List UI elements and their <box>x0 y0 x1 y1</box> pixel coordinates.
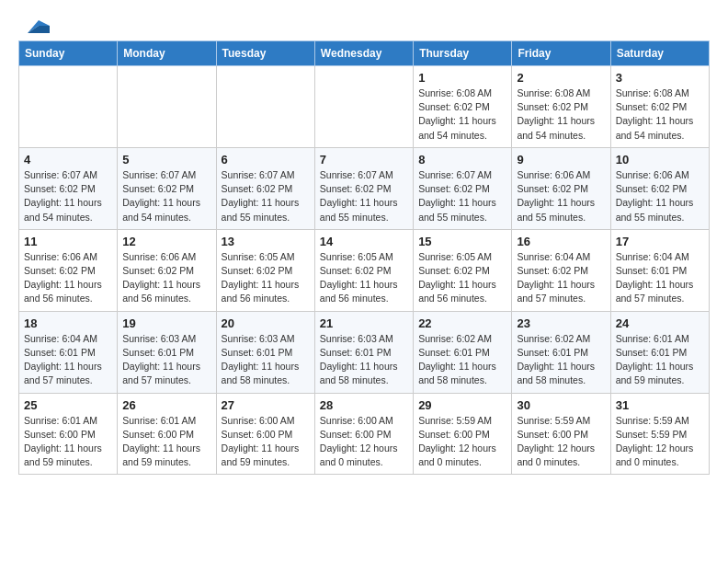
logo-bird-icon <box>20 17 50 37</box>
weekday-header-row: SundayMondayTuesdayWednesdayThursdayFrid… <box>19 41 710 66</box>
calendar-table: SundayMondayTuesdayWednesdayThursdayFrid… <box>18 40 710 475</box>
calendar-cell: 6Sunrise: 6:07 AM Sunset: 6:02 PM Daylig… <box>216 147 314 229</box>
day-info: Sunrise: 6:07 AM Sunset: 6:02 PM Dayligh… <box>24 168 112 224</box>
day-info: Sunrise: 6:03 AM Sunset: 6:01 PM Dayligh… <box>222 332 310 388</box>
day-number: 30 <box>517 398 605 412</box>
day-info: Sunrise: 6:03 AM Sunset: 6:01 PM Dayligh… <box>320 332 408 388</box>
day-number: 28 <box>320 398 408 412</box>
day-number: 7 <box>320 153 408 167</box>
day-number: 9 <box>517 153 605 167</box>
calendar-cell: 15Sunrise: 6:05 AM Sunset: 6:02 PM Dayli… <box>414 229 512 311</box>
calendar-cell <box>216 66 314 148</box>
week-row-3: 11Sunrise: 6:06 AM Sunset: 6:02 PM Dayli… <box>19 229 710 311</box>
day-info: Sunrise: 6:01 AM Sunset: 6:00 PM Dayligh… <box>122 414 210 470</box>
calendar-cell: 14Sunrise: 6:05 AM Sunset: 6:02 PM Dayli… <box>314 229 413 311</box>
day-number: 11 <box>24 235 112 248</box>
day-number: 29 <box>418 398 506 412</box>
day-info: Sunrise: 6:01 AM Sunset: 6:01 PM Dayligh… <box>616 332 704 388</box>
day-number: 13 <box>222 235 310 248</box>
week-row-5: 25Sunrise: 6:01 AM Sunset: 6:00 PM Dayli… <box>19 393 710 475</box>
calendar-cell: 26Sunrise: 6:01 AM Sunset: 6:00 PM Dayli… <box>118 393 216 475</box>
day-number: 6 <box>222 153 310 167</box>
day-info: Sunrise: 5:59 AM Sunset: 6:00 PM Dayligh… <box>517 414 605 470</box>
day-info: Sunrise: 6:05 AM Sunset: 6:02 PM Dayligh… <box>320 250 408 306</box>
day-info: Sunrise: 6:07 AM Sunset: 6:02 PM Dayligh… <box>418 168 506 224</box>
day-info: Sunrise: 6:05 AM Sunset: 6:02 PM Dayligh… <box>418 250 506 306</box>
day-number: 2 <box>517 71 605 85</box>
day-number: 1 <box>418 71 506 85</box>
week-row-2: 4Sunrise: 6:07 AM Sunset: 6:02 PM Daylig… <box>19 147 710 229</box>
calendar-cell <box>118 66 216 148</box>
page-header <box>18 18 710 31</box>
day-info: Sunrise: 6:06 AM Sunset: 6:02 PM Dayligh… <box>24 250 112 306</box>
day-number: 15 <box>418 235 506 248</box>
calendar-cell: 20Sunrise: 6:03 AM Sunset: 6:01 PM Dayli… <box>216 311 314 393</box>
day-number: 21 <box>320 316 408 330</box>
day-number: 8 <box>418 153 506 167</box>
day-info: Sunrise: 6:01 AM Sunset: 6:00 PM Dayligh… <box>24 414 112 470</box>
day-info: Sunrise: 6:04 AM Sunset: 6:01 PM Dayligh… <box>616 250 704 306</box>
day-number: 14 <box>320 235 408 248</box>
week-row-1: 1Sunrise: 6:08 AM Sunset: 6:02 PM Daylig… <box>19 66 710 148</box>
weekday-header-saturday: Saturday <box>610 41 709 66</box>
day-info: Sunrise: 6:03 AM Sunset: 6:01 PM Dayligh… <box>122 332 210 388</box>
calendar-cell: 28Sunrise: 6:00 AM Sunset: 6:00 PM Dayli… <box>314 393 413 475</box>
day-number: 27 <box>222 398 310 412</box>
week-row-4: 18Sunrise: 6:04 AM Sunset: 6:01 PM Dayli… <box>19 311 710 393</box>
calendar-cell: 1Sunrise: 6:08 AM Sunset: 6:02 PM Daylig… <box>414 66 512 148</box>
calendar-cell: 22Sunrise: 6:02 AM Sunset: 6:01 PM Dayli… <box>414 311 512 393</box>
day-number: 5 <box>122 153 210 167</box>
weekday-header-friday: Friday <box>512 41 610 66</box>
day-number: 23 <box>517 316 605 330</box>
day-info: Sunrise: 6:04 AM Sunset: 6:01 PM Dayligh… <box>24 332 112 388</box>
day-number: 3 <box>616 71 704 85</box>
calendar-cell: 7Sunrise: 6:07 AM Sunset: 6:02 PM Daylig… <box>314 147 413 229</box>
calendar-cell: 12Sunrise: 6:06 AM Sunset: 6:02 PM Dayli… <box>118 229 216 311</box>
calendar-cell: 24Sunrise: 6:01 AM Sunset: 6:01 PM Dayli… <box>610 311 709 393</box>
calendar-cell: 29Sunrise: 5:59 AM Sunset: 6:00 PM Dayli… <box>414 393 512 475</box>
day-number: 12 <box>122 235 210 248</box>
day-info: Sunrise: 6:05 AM Sunset: 6:02 PM Dayligh… <box>222 250 310 306</box>
day-number: 10 <box>616 153 704 167</box>
day-number: 20 <box>222 316 310 330</box>
day-number: 19 <box>122 316 210 330</box>
day-info: Sunrise: 6:07 AM Sunset: 6:02 PM Dayligh… <box>320 168 408 224</box>
day-info: Sunrise: 6:08 AM Sunset: 6:02 PM Dayligh… <box>418 86 506 143</box>
day-info: Sunrise: 6:02 AM Sunset: 6:01 PM Dayligh… <box>418 332 506 388</box>
day-number: 18 <box>24 316 112 330</box>
day-info: Sunrise: 6:04 AM Sunset: 6:02 PM Dayligh… <box>517 250 605 306</box>
weekday-header-tuesday: Tuesday <box>216 41 314 66</box>
day-number: 25 <box>24 398 112 412</box>
calendar-cell: 3Sunrise: 6:08 AM Sunset: 6:02 PM Daylig… <box>610 66 709 148</box>
calendar-cell: 31Sunrise: 5:59 AM Sunset: 5:59 PM Dayli… <box>610 393 709 475</box>
calendar-cell: 9Sunrise: 6:06 AM Sunset: 6:02 PM Daylig… <box>512 147 610 229</box>
calendar-cell: 8Sunrise: 6:07 AM Sunset: 6:02 PM Daylig… <box>414 147 512 229</box>
day-info: Sunrise: 6:06 AM Sunset: 6:02 PM Dayligh… <box>616 168 704 224</box>
logo <box>18 18 50 31</box>
day-number: 22 <box>418 316 506 330</box>
day-number: 4 <box>24 153 112 167</box>
day-info: Sunrise: 6:07 AM Sunset: 6:02 PM Dayligh… <box>122 168 210 224</box>
calendar-cell: 4Sunrise: 6:07 AM Sunset: 6:02 PM Daylig… <box>19 147 118 229</box>
day-info: Sunrise: 6:00 AM Sunset: 6:00 PM Dayligh… <box>320 414 408 470</box>
day-info: Sunrise: 6:07 AM Sunset: 6:02 PM Dayligh… <box>222 168 310 224</box>
day-info: Sunrise: 5:59 AM Sunset: 6:00 PM Dayligh… <box>418 414 506 470</box>
calendar-cell <box>19 66 118 148</box>
day-info: Sunrise: 6:08 AM Sunset: 6:02 PM Dayligh… <box>517 86 605 143</box>
calendar-cell: 16Sunrise: 6:04 AM Sunset: 6:02 PM Dayli… <box>512 229 610 311</box>
day-info: Sunrise: 6:02 AM Sunset: 6:01 PM Dayligh… <box>517 332 605 388</box>
calendar-cell: 13Sunrise: 6:05 AM Sunset: 6:02 PM Dayli… <box>216 229 314 311</box>
calendar-cell: 17Sunrise: 6:04 AM Sunset: 6:01 PM Dayli… <box>610 229 709 311</box>
day-info: Sunrise: 6:06 AM Sunset: 6:02 PM Dayligh… <box>122 250 210 306</box>
calendar-cell: 11Sunrise: 6:06 AM Sunset: 6:02 PM Dayli… <box>19 229 118 311</box>
day-info: Sunrise: 6:00 AM Sunset: 6:00 PM Dayligh… <box>222 414 310 470</box>
calendar-cell: 18Sunrise: 6:04 AM Sunset: 6:01 PM Dayli… <box>19 311 118 393</box>
day-number: 31 <box>616 398 704 412</box>
calendar-cell: 5Sunrise: 6:07 AM Sunset: 6:02 PM Daylig… <box>118 147 216 229</box>
calendar-cell: 2Sunrise: 6:08 AM Sunset: 6:02 PM Daylig… <box>512 66 610 148</box>
calendar-cell: 19Sunrise: 6:03 AM Sunset: 6:01 PM Dayli… <box>118 311 216 393</box>
weekday-header-thursday: Thursday <box>414 41 512 66</box>
calendar-cell: 27Sunrise: 6:00 AM Sunset: 6:00 PM Dayli… <box>216 393 314 475</box>
calendar-cell: 21Sunrise: 6:03 AM Sunset: 6:01 PM Dayli… <box>314 311 413 393</box>
weekday-header-wednesday: Wednesday <box>314 41 413 66</box>
